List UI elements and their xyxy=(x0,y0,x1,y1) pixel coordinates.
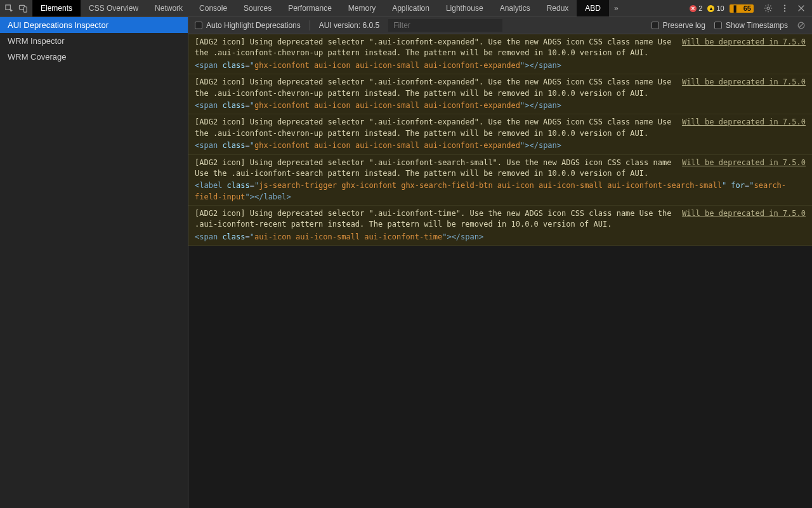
warning-count-badge[interactable]: ▲ 10 xyxy=(707,4,724,12)
deprecation-version-link[interactable]: Will be deprecated in 7.5.0 xyxy=(682,37,806,59)
tabbar-right-icons xyxy=(757,0,812,17)
checkbox-box-icon xyxy=(714,22,722,29)
code-snippet[interactable]: <span class="ghx-iconfont aui-icon aui-i… xyxy=(195,140,806,151)
info-count-badge[interactable]: ❚ 65 xyxy=(730,4,754,13)
message-text: [ADG2 icon] Using deprecated selector ".… xyxy=(195,208,674,231)
deprecation-version-link[interactable]: Will be deprecated in 7.5.0 xyxy=(682,77,806,99)
tab-analytics[interactable]: Analytics xyxy=(492,0,539,17)
code-snippet[interactable]: <span class="ghx-iconfont aui-icon aui-i… xyxy=(195,100,806,111)
show-timestamps-label: Show Timestamps xyxy=(726,21,788,30)
clear-icon[interactable] xyxy=(797,21,806,30)
message-text: [ADG2 icon] Using deprecated selector ".… xyxy=(195,77,674,99)
message-text: [ADG2 icon] Using deprecated selector ".… xyxy=(195,37,674,59)
tabs-overflow-icon[interactable]: » xyxy=(609,0,624,17)
checkbox-box-icon xyxy=(195,22,202,29)
tabbar-left-tools xyxy=(0,0,32,17)
sidebar: AUI Deprecations InspectorWRM InspectorW… xyxy=(0,17,188,508)
warning-count: 10 xyxy=(716,4,724,12)
tab-lighthouse[interactable]: Lighthouse xyxy=(438,0,492,17)
content-pane: Auto Highlight Deprecations AUI version:… xyxy=(188,17,812,508)
error-count-badge[interactable]: ✕ 2 xyxy=(690,4,702,12)
svg-point-3 xyxy=(784,4,785,6)
tab-css-overview[interactable]: CSS Overview xyxy=(81,0,147,17)
panel-tabs: ElementsCSS OverviewNetworkConsoleSource… xyxy=(32,0,609,17)
sidebar-item-wrm-inspector[interactable]: WRM Inspector xyxy=(0,33,188,49)
checkbox-box-icon xyxy=(652,22,659,29)
tab-console[interactable]: Console xyxy=(191,0,235,17)
tab-network[interactable]: Network xyxy=(147,0,191,17)
tab-performance[interactable]: Performance xyxy=(280,0,340,17)
tab-elements[interactable]: Elements xyxy=(32,0,81,17)
code-snippet[interactable]: <label class="js-search-trigger ghx-icon… xyxy=(195,180,806,203)
aui-version-label: AUI version: 6.0.5 xyxy=(319,21,379,30)
info-icon: ❚ xyxy=(732,4,738,13)
deprecation-version-link[interactable]: Will be deprecated in 7.5.0 xyxy=(682,157,806,180)
auto-highlight-checkbox[interactable]: Auto Highlight Deprecations xyxy=(195,21,301,30)
kebab-icon[interactable] xyxy=(780,4,789,13)
svg-point-5 xyxy=(784,10,785,11)
warning-icon: ▲ xyxy=(707,5,714,12)
code-snippet[interactable]: <span class="ghx-iconfont aui-icon aui-i… xyxy=(195,60,806,71)
deprecation-message[interactable]: [ADG2 icon] Using deprecated selector ".… xyxy=(188,74,812,114)
deprecation-version-link[interactable]: Will be deprecated in 7.5.0 xyxy=(682,208,806,231)
devtools-tabbar: ElementsCSS OverviewNetworkConsoleSource… xyxy=(0,0,812,17)
close-icon[interactable] xyxy=(797,4,806,13)
svg-point-2 xyxy=(767,7,769,10)
message-text: [ADG2 icon] Using deprecated selector ".… xyxy=(195,157,674,180)
svg-rect-1 xyxy=(23,6,27,11)
deprecation-message[interactable]: [ADG2 icon] Using deprecated selector ".… xyxy=(188,34,812,74)
code-snippet[interactable]: <span class="aui-icon aui-icon-small aui… xyxy=(195,232,806,243)
tab-application[interactable]: Application xyxy=(384,0,438,17)
sidebar-item-wrm-coverage[interactable]: WRM Coverage xyxy=(0,49,188,65)
tab-redux[interactable]: Redux xyxy=(539,0,577,17)
tab-memory[interactable]: Memory xyxy=(340,0,384,17)
inspect-icon[interactable] xyxy=(4,3,14,13)
message-text: [ADG2 icon] Using deprecated selector ".… xyxy=(195,117,674,139)
deprecation-message[interactable]: [ADG2 icon] Using deprecated selector ".… xyxy=(188,206,812,246)
gear-icon[interactable] xyxy=(764,4,773,13)
deprecation-message[interactable]: [ADG2 icon] Using deprecated selector ".… xyxy=(188,155,812,206)
messages-list: [ADG2 icon] Using deprecated selector ".… xyxy=(188,34,812,508)
main-split: AUI Deprecations InspectorWRM InspectorW… xyxy=(0,17,812,508)
info-count: 65 xyxy=(743,4,751,12)
auto-highlight-label: Auto Highlight Deprecations xyxy=(206,21,301,30)
error-count: 2 xyxy=(698,4,702,12)
preserve-log-checkbox[interactable]: Preserve log xyxy=(652,21,705,30)
tab-sources[interactable]: Sources xyxy=(235,0,280,17)
sidebar-item-aui-deprecations-inspector[interactable]: AUI Deprecations Inspector xyxy=(0,17,188,33)
status-badges[interactable]: ✕ 2 ▲ 10 ❚ 65 xyxy=(686,0,757,17)
toolbar-separator xyxy=(310,20,310,30)
device-toggle-icon[interactable] xyxy=(18,3,28,13)
error-icon: ✕ xyxy=(690,5,697,12)
filter-input[interactable] xyxy=(388,19,502,32)
svg-point-4 xyxy=(784,8,785,9)
show-timestamps-checkbox[interactable]: Show Timestamps xyxy=(714,21,788,30)
tab-abd[interactable]: ABD xyxy=(577,0,609,17)
deprecation-version-link[interactable]: Will be deprecated in 7.5.0 xyxy=(682,117,806,139)
deprecation-message[interactable]: [ADG2 icon] Using deprecated selector ".… xyxy=(188,114,812,154)
content-toolbar: Auto Highlight Deprecations AUI version:… xyxy=(188,17,812,34)
preserve-log-label: Preserve log xyxy=(663,21,705,30)
